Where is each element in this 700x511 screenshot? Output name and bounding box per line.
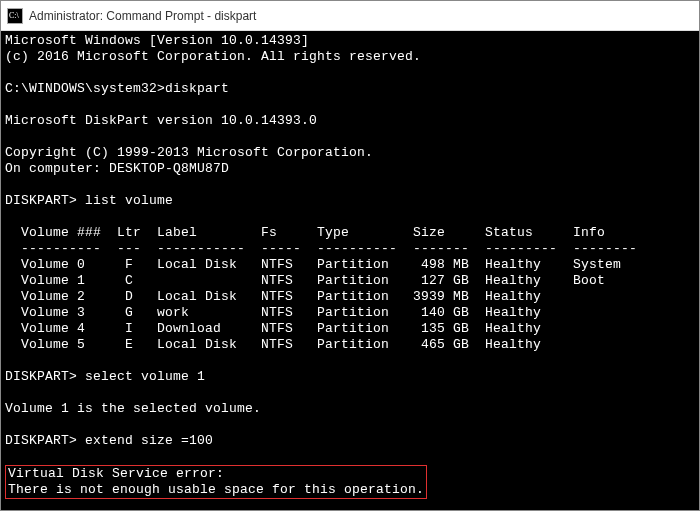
- cmd-icon: C:\: [7, 8, 23, 24]
- prompt-prefix: C:\WINDOWS\system32>: [5, 81, 165, 96]
- table-header: Volume ### Ltr Label Fs Type Size Status…: [5, 225, 605, 240]
- error-line: Virtual Disk Service error:: [8, 466, 224, 481]
- prompt-prefix: DISKPART>: [5, 193, 77, 208]
- copyright-line: Copyright (C) 1999-2013 Microsoft Corpor…: [5, 145, 373, 160]
- window-title: Administrator: Command Prompt - diskpart: [29, 9, 256, 23]
- table-divider: ---------- --- ----------- ----- -------…: [5, 241, 637, 256]
- diskpart-version: Microsoft DiskPart version 10.0.14393.0: [5, 113, 317, 128]
- error-line: There is not enough usable space for thi…: [8, 482, 424, 497]
- banner-line: Microsoft Windows [Version 10.0.14393]: [5, 33, 309, 48]
- prompt-cmd: select volume 1: [77, 369, 205, 384]
- prompt-line: DISKPART> extend size =100: [5, 433, 213, 448]
- table-row: Volume 0 F Local Disk NTFS Partition 498…: [5, 257, 621, 272]
- command-prompt-window: C:\ Administrator: Command Prompt - disk…: [0, 0, 700, 511]
- computer-line: On computer: DESKTOP-Q8MU87D: [5, 161, 229, 176]
- table-row: Volume 1 C NTFS Partition 127 GB Healthy…: [5, 273, 605, 288]
- prompt-cmd: diskpart: [165, 81, 229, 96]
- banner-line: (c) 2016 Microsoft Corporation. All righ…: [5, 49, 421, 64]
- terminal-output[interactable]: Microsoft Windows [Version 10.0.14393] (…: [1, 31, 699, 510]
- prompt-prefix: DISKPART>: [5, 433, 77, 448]
- table-row: Volume 4 I Download NTFS Partition 135 G…: [5, 321, 541, 336]
- titlebar[interactable]: C:\ Administrator: Command Prompt - disk…: [1, 1, 699, 31]
- prompt-line: DISKPART> list volume: [5, 193, 173, 208]
- table-row: Volume 2 D Local Disk NTFS Partition 393…: [5, 289, 541, 304]
- prompt-cmd: list volume: [77, 193, 173, 208]
- prompt-cmd: extend size =100: [77, 433, 213, 448]
- table-row: Volume 5 E Local Disk NTFS Partition 465…: [5, 337, 541, 352]
- error-highlight: Virtual Disk Service error: There is not…: [5, 465, 427, 499]
- prompt-prefix: DISKPART>: [5, 369, 77, 384]
- selected-message: Volume 1 is the selected volume.: [5, 401, 261, 416]
- table-row: Volume 3 G work NTFS Partition 140 GB He…: [5, 305, 541, 320]
- prompt-line: C:\WINDOWS\system32>diskpart: [5, 81, 229, 96]
- prompt-line: DISKPART> select volume 1: [5, 369, 205, 384]
- svg-text:C:\: C:\: [9, 11, 20, 20]
